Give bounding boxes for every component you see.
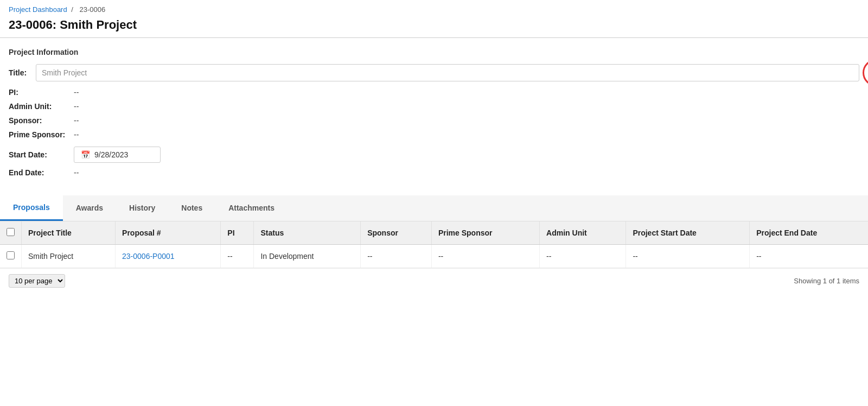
proposals-table: Project Title Proposal # PI Status Spons… xyxy=(0,221,868,268)
end-date-row: End Date: -- xyxy=(9,168,859,177)
row-admin-unit: -- xyxy=(540,245,626,268)
admin-unit-row: Admin Unit: -- xyxy=(9,102,859,111)
sponsor-value: -- xyxy=(74,116,79,125)
row-pi: -- xyxy=(221,245,254,268)
per-page-dropdown[interactable]: 10 per page 25 per page 50 per page xyxy=(9,274,65,288)
title-input-wrapper: ✏️ 👆 xyxy=(36,64,859,81)
title-input[interactable] xyxy=(36,64,859,81)
header-status: Status xyxy=(254,221,361,245)
header-prime-sponsor: Prime Sponsor xyxy=(431,221,539,245)
row-checkbox[interactable] xyxy=(7,251,15,259)
row-project-end-date: -- xyxy=(750,245,868,268)
end-date-value: -- xyxy=(74,168,79,177)
table-footer: 10 per page 25 per page 50 per page Show… xyxy=(0,268,868,293)
select-all-checkbox[interactable] xyxy=(7,228,15,236)
pi-value: -- xyxy=(74,88,79,97)
header-project-title: Project Title xyxy=(22,221,116,245)
header-project-start-date: Project Start Date xyxy=(626,221,750,245)
edit-button[interactable]: ✏️ 👆 xyxy=(863,59,868,86)
start-date-value: 9/28/2023 xyxy=(94,150,128,159)
header-pi: PI xyxy=(221,221,254,245)
pi-row: PI: -- xyxy=(9,88,859,97)
row-status: In Development xyxy=(254,245,361,268)
admin-unit-label: Admin Unit: xyxy=(9,102,74,111)
tabs-bar: Proposals Awards History Notes Attachmen… xyxy=(0,195,868,221)
tab-proposals[interactable]: Proposals xyxy=(0,195,63,221)
header-sponsor: Sponsor xyxy=(361,221,432,245)
page-title: 23-0006: Smith Project xyxy=(0,16,868,37)
header-checkbox-col xyxy=(0,221,22,245)
header-proposal-num: Proposal # xyxy=(116,221,221,245)
start-date-label: Start Date: xyxy=(9,150,74,159)
breadcrumb-current: 23-0006 xyxy=(80,5,106,14)
prime-sponsor-row: Prime Sponsor: -- xyxy=(9,130,859,139)
proposal-link[interactable]: 23-0006-P0001 xyxy=(122,252,175,261)
table-header-row: Project Title Proposal # PI Status Spons… xyxy=(0,221,868,245)
row-prime-sponsor: -- xyxy=(431,245,539,268)
sponsor-label: Sponsor: xyxy=(9,116,74,125)
row-checkbox-cell xyxy=(0,245,22,268)
prime-sponsor-label: Prime Sponsor: xyxy=(9,130,74,139)
proposals-table-container: Project Title Proposal # PI Status Spons… xyxy=(0,221,868,268)
breadcrumb-link[interactable]: Project Dashboard xyxy=(9,5,67,14)
prime-sponsor-value: -- xyxy=(74,130,79,139)
start-date-picker[interactable]: 📅 9/28/2023 xyxy=(74,147,161,163)
tab-awards[interactable]: Awards xyxy=(63,195,116,221)
row-project-start-date: -- xyxy=(626,245,750,268)
pi-label: PI: xyxy=(9,88,74,97)
per-page-selector: 10 per page 25 per page 50 per page xyxy=(9,274,65,288)
project-info-section: Project Information Title: ✏️ 👆 PI: -- A… xyxy=(0,38,868,188)
title-row: Title: ✏️ 👆 xyxy=(9,64,859,81)
breadcrumb: Project Dashboard / 23-0006 xyxy=(0,0,868,16)
table-row: Smith Project 23-0006-P0001 -- In Develo… xyxy=(0,245,868,268)
calendar-icon: 📅 xyxy=(81,150,90,159)
sponsor-row: Sponsor: -- xyxy=(9,116,859,125)
row-proposal-num: 23-0006-P0001 xyxy=(116,245,221,268)
breadcrumb-separator: / xyxy=(71,5,73,14)
showing-label: Showing 1 of 1 items xyxy=(794,277,859,285)
admin-unit-value: -- xyxy=(74,102,79,111)
tab-history[interactable]: History xyxy=(116,195,168,221)
end-date-label: End Date: xyxy=(9,168,74,177)
row-sponsor: -- xyxy=(361,245,432,268)
header-project-end-date: Project End Date xyxy=(750,221,868,245)
title-label: Title: xyxy=(9,68,36,77)
row-project-title: Smith Project xyxy=(22,245,116,268)
tab-attachments[interactable]: Attachments xyxy=(215,195,288,221)
section-label: Project Information xyxy=(9,48,859,56)
start-date-row: Start Date: 📅 9/28/2023 xyxy=(9,147,859,163)
header-admin-unit: Admin Unit xyxy=(540,221,626,245)
tab-notes[interactable]: Notes xyxy=(168,195,215,221)
